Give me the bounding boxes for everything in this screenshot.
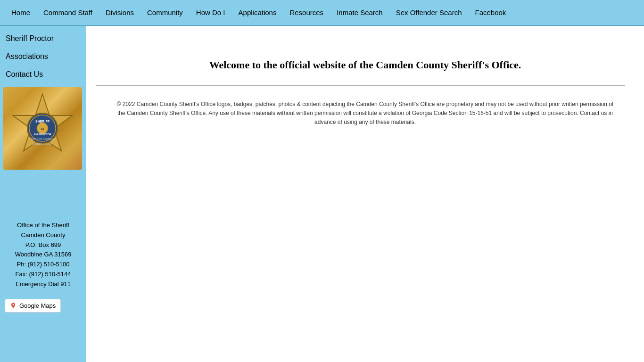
maps-pin-icon bbox=[10, 302, 17, 309]
address-line3: P.O. Box 699 bbox=[5, 240, 82, 250]
top-navigation: HomeCommand StaffDivisionsCommunityHow D… bbox=[0, 0, 644, 26]
copyright-text: © 2022 Camden County Sheriff's Office lo… bbox=[106, 95, 625, 132]
address-line2: Camden County bbox=[5, 230, 82, 240]
svg-text:STATE OF GEORGIA: STATE OF GEORGIA bbox=[31, 138, 54, 140]
content-divider bbox=[96, 85, 625, 86]
svg-text:CAMDEN COUNTY: CAMDEN COUNTY bbox=[32, 142, 53, 145]
address-phone: Ph: (912) 510-5100 bbox=[5, 260, 82, 270]
nav-item-inmate-search[interactable]: Inmate Search bbox=[330, 8, 389, 16]
sidebar: Sheriff ProctorAssociationsContact Us SH… bbox=[0, 26, 86, 362]
nav-item-command-staff[interactable]: Command Staff bbox=[37, 8, 99, 16]
badge-image: SHERIFF GA JIM PROCTOR STATE OF GEORGIA … bbox=[3, 87, 82, 170]
sidebar-links: Sheriff ProctorAssociationsContact Us bbox=[0, 30, 86, 83]
nav-item-divisions[interactable]: Divisions bbox=[99, 8, 140, 16]
google-maps-button[interactable]: Google Maps bbox=[5, 299, 61, 313]
nav-item-facebook[interactable]: Facebook bbox=[469, 8, 513, 16]
sidebar-item-associations[interactable]: Associations bbox=[0, 48, 86, 66]
svg-text:JIM PROCTOR: JIM PROCTOR bbox=[33, 133, 51, 136]
address-fax: Fax: (912) 510-5144 bbox=[5, 270, 82, 280]
address-section: Office of the Sheriff Camden County P.O.… bbox=[0, 217, 86, 293]
nav-item-how-do-i[interactable]: How Do I bbox=[190, 8, 232, 16]
sidebar-item-contact-us[interactable]: Contact Us bbox=[0, 66, 86, 83]
main-content: Welcome to the official website of the C… bbox=[86, 26, 644, 362]
nav-item-applications[interactable]: Applications bbox=[232, 8, 283, 16]
sheriff-badge-svg: SHERIFF GA JIM PROCTOR STATE OF GEORGIA … bbox=[7, 92, 78, 165]
address-line4: Woodbine GA 31569 bbox=[5, 250, 82, 260]
welcome-heading: Welcome to the official website of the C… bbox=[105, 59, 625, 71]
nav-item-resources[interactable]: Resources bbox=[283, 8, 330, 16]
google-maps-label: Google Maps bbox=[19, 302, 56, 309]
nav-item-community[interactable]: Community bbox=[140, 8, 190, 16]
svg-text:GA: GA bbox=[41, 128, 44, 131]
pin-svg bbox=[10, 302, 17, 309]
nav-item-sex-offender-search[interactable]: Sex Offender Search bbox=[389, 8, 469, 16]
sidebar-item-sheriff-proctor[interactable]: Sheriff Proctor bbox=[0, 30, 86, 48]
page-layout: Sheriff ProctorAssociationsContact Us SH… bbox=[0, 26, 644, 362]
address-emergency: Emergency Dial 911 bbox=[5, 280, 82, 289]
address-line1: Office of the Sheriff bbox=[5, 221, 82, 230]
nav-item-home[interactable]: Home bbox=[5, 8, 37, 16]
